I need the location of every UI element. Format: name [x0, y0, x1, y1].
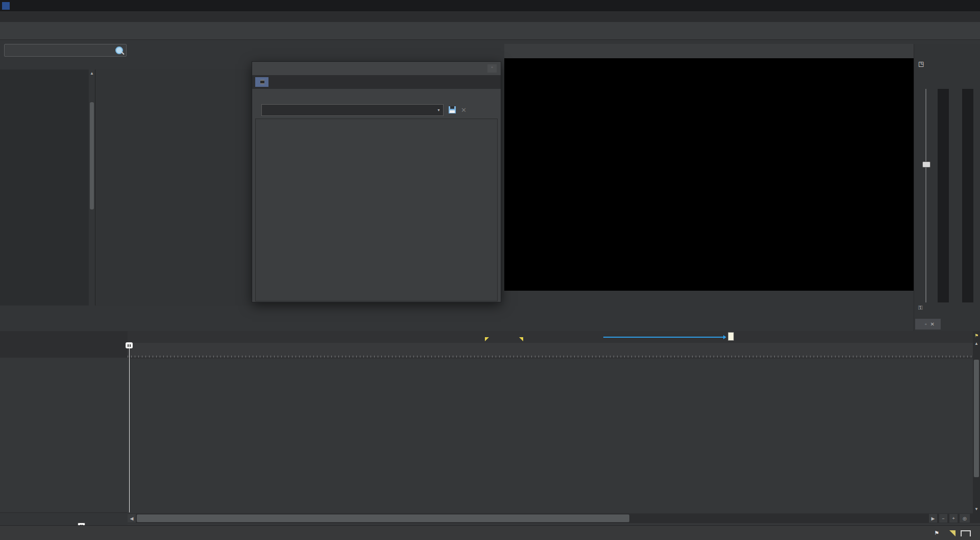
preset-combo[interactable]: ▼ [261, 104, 444, 116]
video-preview-canvas[interactable] [504, 58, 914, 291]
preview-info [508, 306, 914, 320]
marker-tool-icon[interactable]: ⚑ [974, 333, 978, 338]
dialog-close-icon[interactable]: ▫ [487, 64, 497, 73]
plugin-list [0, 69, 95, 306]
master-bus-buttons [914, 69, 980, 81]
timeline-ruler[interactable] [128, 343, 980, 358]
loop-end-marker[interactable] [519, 337, 523, 341]
menu-bar [0, 11, 980, 22]
event-track-badge [255, 77, 268, 87]
hscroll-thumb[interactable] [137, 514, 629, 522]
loop-region-icon [961, 530, 971, 536]
selection-corner-icon [949, 530, 955, 536]
zoom-in-icon[interactable]: ＋ [949, 514, 958, 523]
scroll-right-icon[interactable]: ▶ [929, 514, 937, 523]
master-lock-icon[interactable]: ⚿ [918, 304, 922, 311]
app-icon [2, 2, 10, 10]
plugin-scrollbar-thumb[interactable] [90, 102, 94, 209]
scroll-up-icon[interactable]: ▲ [89, 69, 95, 76]
vegas-pro-window: ▲ ◳ ⚿ ▫ [0, 0, 980, 540]
delete-preset-icon[interactable]: ✕ [461, 106, 467, 114]
master-bus-icon[interactable]: ◳ [918, 60, 924, 67]
scroll-up-icon[interactable]: ▲ [974, 341, 978, 346]
drag-offset-tooltip [728, 332, 734, 341]
save-preset-icon[interactable] [449, 106, 456, 113]
vertical-scrollbar[interactable]: ⚑ ▲ ▼ [973, 331, 980, 513]
master-meter-left [938, 89, 949, 302]
master-fader-handle[interactable] [922, 161, 930, 168]
preview-toolbar [504, 44, 914, 58]
playhead-flag[interactable] [126, 342, 133, 348]
master-fader-track[interactable] [925, 89, 926, 302]
tab-master-bus[interactable]: ▫ ✕ [915, 319, 941, 330]
master-bus-panel: ◳ ⚿ ▫ ✕ [914, 44, 980, 331]
horizontal-scrollbar[interactable]: ◀ ▶ − ＋ ◎ [128, 513, 980, 523]
fx-category-tabs [0, 58, 265, 69]
marker-bar[interactable] [128, 331, 980, 343]
cursor-flag-icon: ⚑ [934, 530, 939, 536]
transport-bar: ⚑ [0, 525, 980, 540]
fx-chain [252, 89, 501, 102]
loop-start-marker[interactable] [485, 337, 489, 341]
timeline-corner [0, 331, 128, 358]
undock-icon[interactable]: ▫ [925, 321, 927, 327]
chevron-down-icon[interactable]: ▼ [437, 108, 440, 112]
search-input[interactable] [4, 44, 127, 57]
title-bar [0, 0, 980, 11]
scroll-left-icon[interactable]: ◀ [128, 514, 136, 523]
plugin-parameters-panel [255, 119, 498, 301]
scroll-down-icon[interactable]: ▼ [974, 507, 978, 511]
master-toolbar [914, 44, 980, 58]
search-icon[interactable] [115, 46, 123, 54]
vscroll-thumb[interactable] [974, 360, 979, 477]
zoom-tool-corner-icon[interactable]: ◎ [960, 514, 970, 523]
video-event-fx-dialog: ▫ ▼ ✕ [252, 61, 501, 302]
drag-indicator-line [603, 337, 724, 338]
master-meter-right [962, 89, 973, 302]
zoom-out-icon[interactable]: − [939, 514, 947, 523]
main-toolbar [0, 22, 980, 40]
playhead[interactable] [129, 343, 130, 512]
preview-transport [504, 291, 914, 304]
status-timecodes: ⚑ [934, 526, 976, 540]
close-icon[interactable]: ✕ [930, 321, 935, 327]
timeline: ▲ ◀ ▶ − ＋ ◎ ⚑ ▲ ▼ [0, 331, 980, 540]
